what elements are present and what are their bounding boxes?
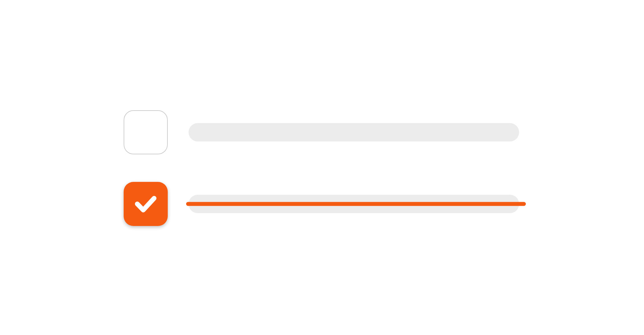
checkbox-unchecked[interactable]	[124, 110, 168, 154]
checklist	[124, 110, 522, 254]
item-label-placeholder	[189, 195, 519, 213]
strikethrough	[186, 202, 526, 206]
checkbox-checked[interactable]	[124, 182, 168, 226]
item-label-placeholder	[189, 123, 519, 141]
list-item	[124, 110, 522, 154]
list-item	[124, 182, 522, 226]
check-icon	[132, 190, 159, 218]
